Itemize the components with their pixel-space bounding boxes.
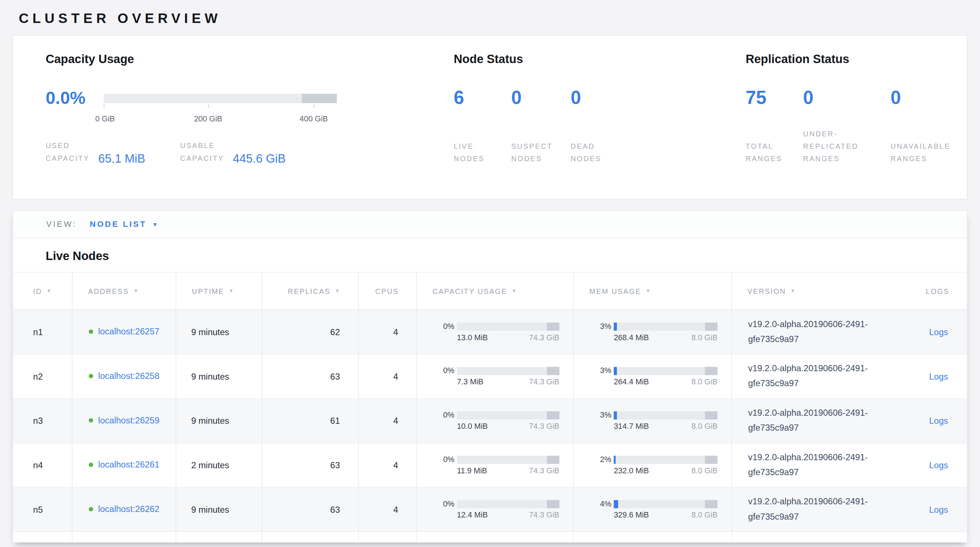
usable-capacity-label: USABLE CAPACITY <box>180 139 224 164</box>
logs-link[interactable]: Logs <box>929 416 948 426</box>
capacity-bar <box>457 500 559 508</box>
uptime-cell: 9 minutes <box>176 488 262 531</box>
logs-cell: Logs <box>913 399 967 443</box>
total-ranges-stat: 75 TOTAL RANGES <box>746 87 803 165</box>
logs-link[interactable]: Logs <box>929 460 948 470</box>
sort-desc-icon: ▼ <box>134 288 139 294</box>
mem-bar <box>614 411 718 419</box>
logs-cell: Logs <box>913 443 967 487</box>
capacity-bar <box>457 366 559 375</box>
node-address-link[interactable]: localhost:26258 <box>98 369 163 384</box>
nodes-card: VIEW: NODE LIST ▼ Live Nodes ID▼ ADDRESS… <box>13 210 967 542</box>
sort-desc-icon: ▼ <box>512 288 517 294</box>
node-address-link[interactable]: localhost:26261 <box>98 458 163 472</box>
capacity-usage-cell: 0% 10.0 MiB74.3 GiB <box>417 399 573 443</box>
logs-cell: Logs <box>913 355 967 398</box>
address-cell: localhost:26259 <box>73 399 177 443</box>
used-capacity-value: 65.1 MiB <box>99 152 145 166</box>
node-address-link[interactable]: localhost:26257 <box>98 324 163 339</box>
replicas-cell: 61 <box>262 399 359 443</box>
page-title: CLUSTER OVERVIEW <box>0 0 980 27</box>
mem-usage-cell: 4% 329.6 MiB8.0 GiB <box>574 488 732 531</box>
under-replicated-ranges-stat: 0 UNDER- REPLICATED RANGES <box>803 87 891 165</box>
version-cell: v19.2.0-alpha.20190606-2491-gfe735c9a97 <box>732 443 913 487</box>
table-row: n4 localhost:26261 2 minutes 63 4 0% 11.… <box>13 443 967 488</box>
uptime-cell: 9 minutes <box>176 355 262 398</box>
capacity-percent-value: 0.0% <box>46 88 103 108</box>
col-header-replicas[interactable]: REPLICAS▼ <box>262 272 359 309</box>
live-nodes-title: Live Nodes <box>13 238 967 272</box>
capacity-usage-cell: 0% 12.4 MiB74.3 GiB <box>417 488 573 531</box>
capacity-usage-section: Capacity Usage 0.0% 0 GiB 200 GiB 400 Gi… <box>46 52 453 199</box>
capacity-usage-cell: 0% 11.9 MiB74.3 GiB <box>417 443 573 487</box>
tick-label: 200 GiB <box>194 114 222 123</box>
capacity-usage-cell: 0% 7.3 MiB74.3 GiB <box>417 355 573 398</box>
sort-desc-icon: ▼ <box>646 288 652 294</box>
sort-desc-icon: ▼ <box>46 288 52 294</box>
table-row: n1 localhost:26257 9 minutes 62 4 0% 13.… <box>13 310 967 355</box>
address-cell: localhost:26262 <box>73 488 177 531</box>
capacity-gauge-end-segment <box>302 93 337 103</box>
col-header-id[interactable]: ID▼ <box>13 272 73 309</box>
dead-nodes-stat: 0 DEAD NODES <box>571 87 601 165</box>
mem-usage-cell: 3% 314.7 MiB8.0 GiB <box>574 399 732 443</box>
col-header-logs: LOGS <box>913 272 967 309</box>
tick-label: 0 GiB <box>95 114 115 123</box>
replication-status-title: Replication Status <box>746 52 967 66</box>
col-header-uptime[interactable]: UPTIME▼ <box>176 272 262 309</box>
logs-link[interactable]: Logs <box>929 327 948 337</box>
col-header-cpus[interactable]: CPUS <box>359 272 417 309</box>
capacity-bar <box>457 322 559 331</box>
replicas-cell: 63 <box>262 443 359 487</box>
replicas-cell: 63 <box>262 488 359 531</box>
node-id-cell: n3 <box>13 399 73 443</box>
table-header-row: ID▼ ADDRESS▼ UPTIME▼ REPLICAS▼ CPUS CAPA… <box>13 272 967 310</box>
usable-capacity-value: 445.6 GiB <box>233 152 286 166</box>
node-status-section: Node Status 6 LIVE NODES 0 SUSPECT NODES <box>454 52 746 199</box>
cpus-cell: 4 <box>359 443 417 487</box>
live-status-dot-icon <box>89 330 93 334</box>
live-status-dot-icon <box>89 419 93 423</box>
version-cell: v19.2.0-alpha.20190606-2491-gfe735c9a97 <box>732 399 913 443</box>
col-header-capacity-usage[interactable]: CAPACITY USAGE▼ <box>417 272 573 309</box>
capacity-bar <box>457 411 559 419</box>
version-cell: v19.2.0-alpha.20190606-2491-gfe735c9a97 <box>732 355 913 398</box>
version-cell: v19.2.0-alpha.20190606-2491-gfe735c9a97 <box>732 310 913 354</box>
mem-usage-cell: 3% 264.4 MiB8.0 GiB <box>574 355 732 398</box>
mem-bar <box>614 500 718 508</box>
replicas-cell: 62 <box>262 310 359 354</box>
live-status-dot-icon <box>89 463 93 467</box>
capacity-gauge-axis: 0 GiB 200 GiB 400 GiB <box>104 114 337 124</box>
node-address-link[interactable]: localhost:26259 <box>98 413 163 428</box>
col-header-mem-usage[interactable]: MEM USAGE▼ <box>574 272 732 309</box>
view-dropdown[interactable]: NODE LIST <box>90 219 146 229</box>
node-id-cell: n5 <box>13 488 73 531</box>
sort-desc-icon: ▼ <box>229 288 234 294</box>
live-status-dot-icon <box>89 374 93 378</box>
chevron-down-icon[interactable]: ▼ <box>153 221 158 227</box>
logs-cell: Logs <box>913 488 967 531</box>
capacity-bar <box>457 455 559 463</box>
sort-desc-icon: ▼ <box>791 288 796 294</box>
live-status-dot-icon <box>89 507 93 512</box>
version-cell: v19.2.0-alpha.20190606-2491-gfe735c9a97 <box>732 488 913 531</box>
cpus-cell: 4 <box>359 399 417 443</box>
view-selector-bar: VIEW: NODE LIST ▼ <box>13 211 967 238</box>
uptime-cell: 9 minutes <box>176 310 262 354</box>
cpus-cell: 4 <box>359 355 417 398</box>
replication-status-section: Replication Status 75 TOTAL RANGES 0 UND… <box>746 52 967 199</box>
cpus-cell: 4 <box>359 488 417 531</box>
logs-link[interactable]: Logs <box>929 504 948 514</box>
suspect-nodes-stat: 0 SUSPECT NODES <box>511 87 571 165</box>
col-header-address[interactable]: ADDRESS▼ <box>73 272 177 309</box>
used-capacity-label: USED CAPACITY <box>46 139 89 164</box>
tick-label: 400 GiB <box>300 114 328 123</box>
mem-usage-cell: 2% 232.0 MiB8.0 GiB <box>574 443 732 487</box>
address-cell: localhost:26258 <box>73 355 177 398</box>
col-header-version[interactable]: VERSION▼ <box>732 272 913 309</box>
node-status-title: Node Status <box>454 52 746 66</box>
table-row: n5 localhost:26262 9 minutes 63 4 0% 12.… <box>13 488 967 532</box>
node-address-link[interactable]: localhost:26262 <box>98 502 163 517</box>
node-id-cell: n1 <box>13 310 73 354</box>
logs-link[interactable]: Logs <box>929 371 948 381</box>
